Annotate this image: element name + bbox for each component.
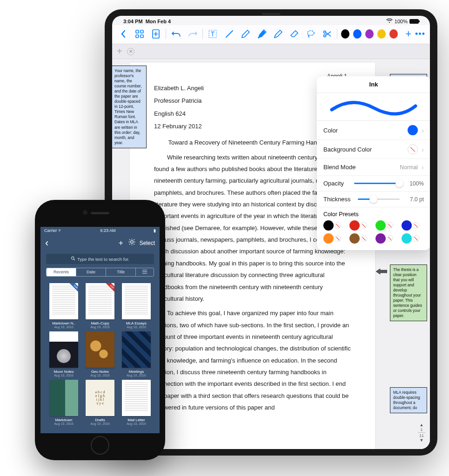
ink-color-row[interactable]: Color › [317,121,430,140]
eraser-tool-icon[interactable] [288,27,301,41]
svg-line-7 [226,31,233,37]
status-time: 3:04 PM [123,19,143,24]
document-item[interactable]: MLA EssaysAug 10, 2016 [120,283,153,329]
preset-swatch[interactable] [402,233,424,244]
page-up-icon[interactable]: ▲ [417,423,426,427]
wifi-icon: ᯤ [58,228,62,233]
add-button[interactable]: + [115,238,127,248]
document-item[interactable]: Moon NotesAug 10, 2016 [47,331,80,377]
documents-grid[interactable]: PDFMarkdown N..Aug 10, 2016PDFMath-CopyA… [40,281,160,433]
back-button[interactable] [117,27,129,41]
doc-date: Aug 10, 2016 [127,422,146,425]
doc-date: Aug 10, 2016 [54,422,74,425]
text-tool-icon[interactable]: T [207,27,219,41]
preset-swatch[interactable] [323,233,346,244]
seg-list-icon[interactable] [136,268,154,276]
doc-date: Aug 10, 2016 [127,374,146,377]
palette-color-yellow[interactable] [377,29,386,39]
toolbar-more-button[interactable]: ••• [415,29,425,39]
ink-opacity-row[interactable]: Opacity 100% [317,176,430,192]
preset-swatch[interactable] [402,220,424,231]
palette-color-black[interactable] [341,29,349,39]
select-button[interactable]: Select [140,240,155,246]
preset-swatch[interactable] [349,233,372,244]
arrow-icon [376,268,387,275]
tab-bar: + ✕ [112,44,430,59]
margin-note-1[interactable]: Your name, the professor's name, the cou… [112,66,147,148]
doc-name: Meetings [129,370,144,374]
margin-note-5[interactable]: The thesis is a clear position that you … [390,264,427,321]
doc-name: Markdown N.. [52,321,75,325]
document-item[interactable]: MeetingsAug 10, 2016 [120,331,153,377]
opacity-slider[interactable] [354,183,400,184]
apps-icon[interactable] [133,27,146,41]
seg-date[interactable]: Date [76,268,106,276]
settings-icon[interactable] [127,238,138,248]
presets-title: Color Presets [317,207,430,219]
page-indicator[interactable]: ▲ 1 11 ▼ [417,423,426,443]
wifi-icon [386,19,393,24]
highlighter-tool-icon[interactable] [255,27,268,41]
doc-name: Markdown [55,418,73,422]
new-tab-button[interactable]: + [117,46,122,57]
search-icon [71,256,75,262]
svg-text:T: T [211,30,215,38]
preset-swatch[interactable] [375,220,398,231]
seg-title[interactable]: Title [106,268,136,276]
thickness-slider[interactable] [358,198,400,200]
iphone-camera [83,210,87,215]
svg-point-8 [308,31,314,35]
svg-rect-1 [141,30,143,33]
popover-title: Ink [317,76,430,93]
chevron-right-icon: › [422,126,424,134]
home-button[interactable] [91,436,109,455]
current-page: 1 [417,427,426,432]
back-button[interactable]: ‹ [45,237,48,249]
ink-preview [317,93,430,121]
no-color-swatch [408,144,418,154]
editor-toolbar: T + ••• [112,25,430,44]
toolbar-add-button[interactable]: + [405,28,411,40]
pencil-tool-icon[interactable] [239,27,252,41]
doc-date: Aug 10, 2016 [90,422,110,425]
preset-swatch[interactable] [349,220,372,231]
preset-swatch[interactable] [323,220,346,231]
scissors-tool-icon[interactable] [321,27,333,41]
document-item[interactable]: Geo NotesAug 10, 2016 [83,331,117,377]
lasso-tool-icon[interactable] [304,27,317,41]
ink-thickness-row[interactable]: Thickness 7.0 pt [317,192,430,207]
add-page-icon[interactable] [149,27,162,41]
doc-name: Moon Notes [54,370,74,374]
page-down-icon[interactable]: ▼ [417,438,426,443]
margin-note-6[interactable]: MLA requires double-spacing throughout a… [390,387,427,413]
doc-name: MLA Essays [126,321,147,325]
ink-popover: Ink Color › Background Color › Blend Mod… [317,76,430,250]
ink-blend-row[interactable]: Blend Mode Normal › [317,159,430,176]
preset-swatch[interactable] [375,233,398,244]
redo-icon[interactable] [186,27,199,41]
doc-name: Geo Notes [91,370,109,374]
close-tab-button[interactable]: ✕ [127,48,134,55]
doc-date: Aug 10, 2016 [90,374,110,377]
document-item[interactable]: a b c de f g hi j k lx y zDraftsAug 10, … [83,380,117,425]
palette-color-purple[interactable] [365,29,374,39]
chevron-right-icon: › [422,163,424,171]
iphone-status-bar: Carrier ᯤ 6:23 AM ▮ [40,227,160,234]
undo-icon[interactable] [170,27,182,41]
line-tool-icon[interactable] [223,27,235,41]
svg-rect-2 [136,35,139,38]
status-date: Mon Feb 4 [146,19,171,24]
palette-color-blue[interactable] [353,29,362,39]
document-item[interactable]: MarkdownAug 10, 2016 [47,380,80,425]
search-field[interactable]: Type the text to search for. [46,254,154,264]
battery-icon [409,19,419,24]
document-item[interactable]: PDFMarkdown N..Aug 10, 2016 [47,283,80,329]
total-pages: 11 [417,433,426,438]
seg-recents[interactable]: Recents [47,268,76,276]
ink-bg-row[interactable]: Background Color › [317,140,430,159]
battery-icon: ▮ [154,228,156,233]
document-item[interactable]: PDFMath-CopyAug 10, 2016 [83,283,117,329]
brush-tool-icon[interactable] [272,27,284,41]
document-item[interactable]: Mail LetterAug 10, 2016 [120,380,153,425]
palette-color-red[interactable] [389,29,398,39]
